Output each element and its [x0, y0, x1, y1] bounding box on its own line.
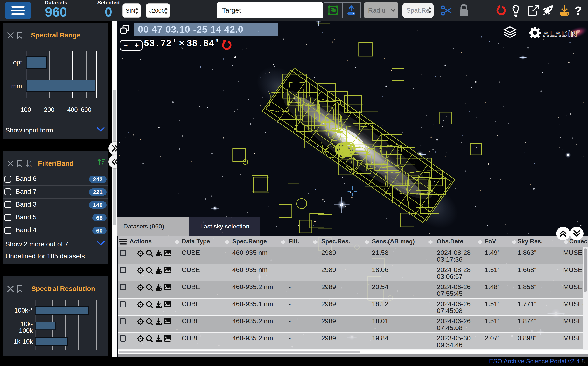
svg-text:100k: 100k: [19, 327, 33, 334]
svg-text:opt: opt: [13, 59, 22, 66]
svg-text:400: 400: [67, 106, 78, 113]
svg-text:100k-*: 100k-*: [14, 307, 33, 314]
svg-text:mm: mm: [11, 82, 22, 90]
svg-text:100: 100: [21, 106, 31, 113]
svg-text:1k-10k: 1k-10k: [14, 338, 33, 345]
svg-text:200: 200: [44, 106, 54, 113]
svg-text:600: 600: [81, 106, 91, 113]
svg-text:ALADiN: ALADiN: [543, 29, 578, 38]
svg-text:10k-: 10k-: [20, 320, 33, 328]
